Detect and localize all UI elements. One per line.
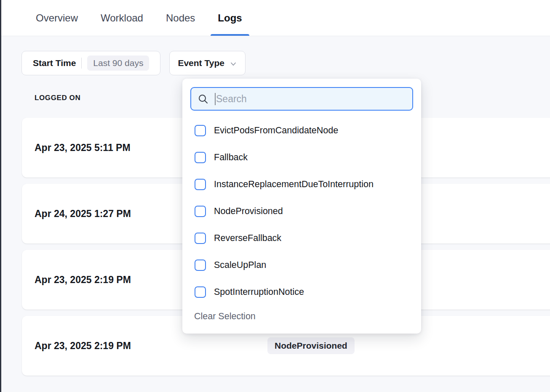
event-type-options-list: EvictPodsFromCandidateNode Fallback Inst… bbox=[182, 117, 421, 305]
checkbox-unchecked[interactable] bbox=[195, 125, 206, 136]
tab-label: Logs bbox=[218, 12, 242, 24]
event-type-option[interactable]: InstanceReplacementDueToInterruption bbox=[182, 171, 421, 198]
checkbox-unchecked[interactable] bbox=[195, 152, 206, 163]
event-type-option-label: Fallback bbox=[214, 152, 248, 163]
event-type-option[interactable]: NodeProvisioned bbox=[182, 198, 421, 225]
event-type-dropdown: EvictPodsFromCandidateNode Fallback Inst… bbox=[182, 79, 421, 334]
checkbox-unchecked[interactable] bbox=[195, 233, 206, 244]
checkbox-unchecked[interactable] bbox=[195, 286, 206, 298]
magnifier-icon bbox=[198, 93, 209, 105]
search-input[interactable] bbox=[216, 93, 406, 105]
event-type-option[interactable]: ScaleUpPlan bbox=[182, 252, 421, 278]
tab-nodes[interactable]: Nodes bbox=[165, 0, 196, 36]
dropdown-search-box[interactable] bbox=[190, 87, 413, 111]
logged-on-value: Apr 23, 2025 5:11 PM bbox=[35, 142, 131, 154]
tab-label: Nodes bbox=[166, 12, 195, 24]
start-time-label: Start Time bbox=[33, 58, 76, 68]
event-type-option-label: ScaleUpPlan bbox=[214, 260, 266, 270]
tab-bar: Overview Workload Nodes Logs bbox=[0, 0, 550, 36]
logged-on-value: Apr 23, 2025 2:19 PM bbox=[35, 274, 131, 286]
start-time-value: Last 90 days bbox=[87, 56, 149, 71]
event-type-filter-button[interactable]: Event Type bbox=[169, 51, 245, 75]
event-type-option-label: InstanceReplacementDueToInterruption bbox=[214, 179, 374, 190]
event-type-option[interactable]: Fallback bbox=[182, 144, 421, 171]
logged-on-value: Apr 23, 2025 2:19 PM bbox=[35, 340, 131, 352]
event-type-option-label: ReverseFallback bbox=[214, 233, 281, 244]
logged-on-value: Apr 24, 2025 1:27 PM bbox=[35, 208, 131, 220]
checkbox-unchecked[interactable] bbox=[195, 206, 206, 217]
event-type-label: Event Type bbox=[178, 58, 224, 68]
start-time-filter[interactable]: Start Time Last 90 days bbox=[21, 51, 160, 75]
event-type-option-label: EvictPodsFromCandidateNode bbox=[214, 125, 338, 136]
chevron-down-icon bbox=[230, 60, 237, 68]
tab-logs[interactable]: Logs bbox=[217, 0, 243, 36]
tab-label: Overview bbox=[36, 12, 78, 24]
checkbox-unchecked[interactable] bbox=[195, 179, 206, 190]
text-cursor bbox=[215, 93, 216, 105]
tab-label: Workload bbox=[101, 12, 143, 24]
tab-overview[interactable]: Overview bbox=[35, 0, 79, 36]
filter-divider bbox=[81, 58, 82, 69]
event-type-option[interactable]: EvictPodsFromCandidateNode bbox=[182, 117, 421, 144]
tab-workload[interactable]: Workload bbox=[100, 0, 144, 36]
filter-bar: Start Time Last 90 days Event Type bbox=[21, 51, 550, 75]
event-type-option-label: NodeProvisioned bbox=[214, 206, 283, 217]
checkbox-unchecked[interactable] bbox=[195, 260, 206, 271]
event-type-option[interactable]: ReverseFallback bbox=[182, 225, 421, 252]
clear-selection-button[interactable]: Clear Selection bbox=[194, 311, 256, 322]
event-type-option-label: SpotInterruptionNotice bbox=[214, 287, 304, 297]
event-type-badge: NodeProvisioned bbox=[267, 337, 355, 354]
left-edge-border bbox=[0, 0, 1, 392]
event-type-option[interactable]: SpotInterruptionNotice bbox=[182, 278, 421, 305]
